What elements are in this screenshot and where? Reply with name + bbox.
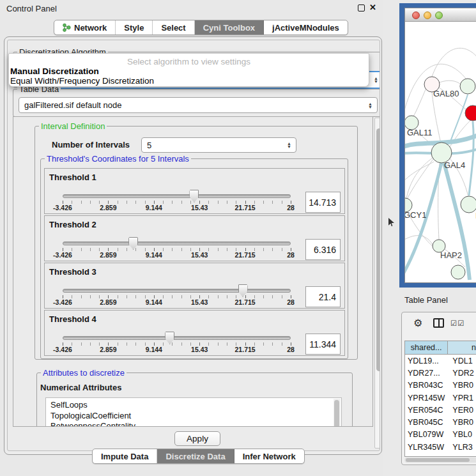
network-node[interactable] [460, 79, 475, 94]
table-horizontal-scrollbar[interactable] [404, 457, 476, 463]
attribute-list-item[interactable]: TopologicalCoefficient [50, 411, 341, 422]
dropdown-item-equal-width-frequency[interactable]: Equal Width/Frequency Discretization [10, 76, 154, 86]
slider-track[interactable] [63, 194, 291, 198]
tab-jactivemnodules[interactable]: jActiveMNodules [264, 20, 348, 35]
table-row[interactable]: YDL19...YDL1 [405, 355, 476, 367]
network-icon [63, 23, 71, 32]
float-window-icon[interactable] [358, 4, 365, 12]
tab-style[interactable]: Style [116, 20, 153, 35]
cell-name[interactable]: YIL0 [448, 453, 476, 457]
tab-network[interactable]: Network [54, 20, 116, 35]
threshold-value-field[interactable]: 6.316 [305, 239, 341, 260]
cell-shared-name[interactable]: YPR145W [405, 392, 448, 404]
network-edge[interactable] [406, 159, 433, 201]
dropdown-item-manual-discretization[interactable]: Manual Discretization [10, 66, 99, 76]
attributes-scrollbar[interactable] [334, 399, 341, 427]
cell-shared-name[interactable]: YDL19... [405, 355, 448, 367]
close-icon[interactable]: ✕ [369, 3, 376, 12]
thresholds-group: Threshold's Coordinates for 5 Intervals … [40, 158, 348, 359]
cell-shared-name[interactable]: YBR043C [405, 380, 448, 392]
panel-vertical-scrollbar[interactable] [374, 118, 380, 449]
apply-button[interactable]: Apply [174, 431, 220, 446]
table-row[interactable]: YLR345WYLR3 [405, 441, 476, 453]
tab-impute-data[interactable]: Impute Data [93, 449, 157, 463]
minimize-traffic-icon[interactable] [424, 12, 431, 19]
cell-shared-name[interactable]: YIL052C [405, 453, 448, 457]
tab-infer-network[interactable]: Infer Network [234, 449, 304, 463]
attribute-list-item[interactable]: SelfLoops [50, 400, 341, 411]
cell-shared-name[interactable]: YBR045C [405, 416, 448, 428]
cell-name[interactable]: YPR1 [448, 392, 476, 404]
network-edge[interactable] [440, 81, 461, 84]
tick-label: 9.144 [146, 298, 162, 306]
slider-track[interactable] [63, 289, 291, 293]
network-node[interactable] [451, 265, 465, 279]
cell-name[interactable]: YLR3 [448, 441, 476, 453]
gear-icon[interactable]: ⚙ [413, 317, 422, 329]
threshold-label: Threshold 1 [49, 173, 96, 182]
table-header-row: shared... na [405, 341, 476, 355]
network-edge[interactable] [413, 88, 426, 116]
zoom-traffic-icon[interactable] [435, 12, 443, 19]
tick-label: -3.426 [53, 251, 72, 259]
network-node[interactable] [465, 105, 476, 121]
slider-track[interactable] [63, 336, 291, 340]
cell-name[interactable]: YBR0 [448, 380, 476, 392]
mouse-cursor [388, 218, 394, 226]
network-edge[interactable] [450, 95, 468, 143]
cell-name[interactable]: YER0 [448, 404, 476, 416]
table-row[interactable]: YBR045CYBR0 [405, 416, 476, 428]
tab-jactivemnodules-label: jActiveMNodules [272, 23, 339, 33]
network-edge[interactable] [432, 48, 476, 77]
slider-track[interactable] [63, 242, 291, 245]
table-panel: ⚙ ☑☑ shared... na YDL19...YDL1YDR27...YD… [401, 312, 476, 465]
table-row[interactable]: YDR27...YDR2 [405, 367, 476, 379]
network-node[interactable] [461, 196, 476, 213]
scrollbar-thumb[interactable] [376, 128, 381, 371]
table-row[interactable]: YBL079WYBL0 [405, 429, 476, 441]
cell-name[interactable]: YBL0 [448, 429, 476, 441]
tick-label: -3.426 [53, 298, 72, 306]
cell-name[interactable]: YBR0 [448, 416, 476, 428]
close-traffic-icon[interactable] [412, 12, 420, 19]
network-canvas[interactable]: GAL80GCGAL11GAL4GCY1HHAP2 [405, 22, 476, 283]
network-edge[interactable] [444, 163, 470, 280]
slider-tick-labels: -3.4262.8599.14415.4321.71528 [63, 298, 291, 306]
checkboxes-icon[interactable]: ☑☑ [450, 319, 465, 328]
tick-label: 9.144 [146, 251, 162, 259]
tab-discretize-data[interactable]: Discretize Data [157, 449, 234, 463]
threshold-value-field[interactable]: 21.4 [305, 286, 341, 307]
cell-name[interactable]: YDL1 [448, 355, 476, 367]
table-row[interactable]: YBR043CYBR0 [405, 380, 476, 392]
cell-shared-name[interactable]: YLR345W [405, 441, 448, 453]
tick-label: 28 [287, 204, 295, 211]
columns-icon[interactable] [433, 318, 444, 328]
network-edge[interactable] [432, 92, 441, 143]
network-graph: GAL80GCGAL11GAL4GCY1HHAP2 [405, 22, 476, 283]
tick-label: 15.43 [191, 204, 208, 211]
cell-shared-name[interactable]: YER054C [405, 404, 448, 416]
numerical-attributes-list[interactable]: SelfLoopsTopologicalCoefficientBetweenne… [45, 397, 342, 427]
table-row[interactable]: YER054CYER0 [405, 404, 476, 416]
table-row[interactable]: YPR145WYPR1 [405, 392, 476, 404]
cell-shared-name[interactable]: YDR27... [405, 367, 448, 379]
tick-label: 2.859 [100, 204, 116, 211]
tab-select[interactable]: Select [153, 20, 194, 35]
table-data-combobox[interactable]: galFiltered.sif default node ▲▼ [19, 97, 378, 113]
table-row[interactable]: YIL052CYIL0 [405, 453, 476, 457]
network-edge[interactable] [469, 121, 473, 196]
column-header-name[interactable]: na [448, 341, 476, 354]
scrollbar-thumb[interactable] [406, 458, 470, 462]
threshold-value-field[interactable]: 11.344 [305, 334, 341, 355]
interval-definition-group: Interval Definition Number of Intervals … [35, 126, 358, 360]
node-table[interactable]: shared... na YDL19...YDL1YDR27...YDR2YBR… [404, 341, 476, 457]
cell-shared-name[interactable]: YBL079W [405, 429, 448, 441]
attribute-list-item[interactable]: BetweennessCentrality [50, 421, 341, 427]
column-header-shared-name[interactable]: shared... [405, 341, 448, 354]
threshold-value-field[interactable]: 14.713 [305, 192, 341, 213]
threshold-label: Threshold 3 [49, 267, 96, 277]
number-of-intervals-combobox[interactable]: 5 ▲▼ [141, 137, 296, 153]
table-panel-title: Table Panel [404, 295, 448, 305]
tab-cyni-toolbox[interactable]: Cyni Toolbox [195, 20, 264, 35]
cell-name[interactable]: YDR2 [448, 367, 476, 379]
